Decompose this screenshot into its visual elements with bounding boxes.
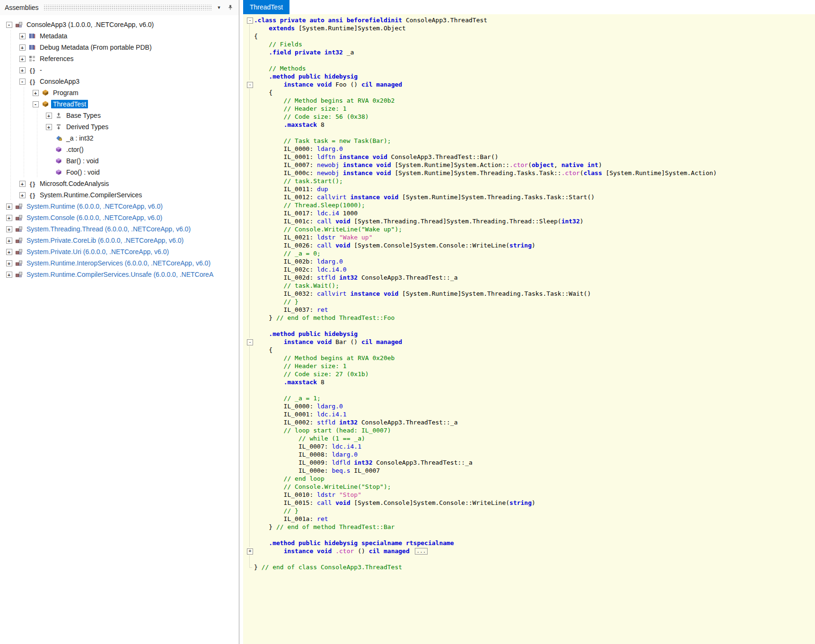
fold-gutter <box>246 209 254 217</box>
tree-item-consoleapp3-1-0-0-0-netcoreapp-v6-0[interactable]: -ConsoleApp3 (1.0.0.0, .NETCoreApp, v6.0… <box>4 19 239 30</box>
expander-cell[interactable]: + <box>17 56 27 62</box>
code-text <box>254 129 258 137</box>
code-text: // Code size: 56 (0x38) <box>254 113 369 121</box>
expander-cell[interactable]: + <box>17 181 27 187</box>
tree-guide <box>4 110 17 121</box>
code-line: IL_001c: call void [System.Threading.Thr… <box>246 217 815 225</box>
expand-icon[interactable]: + <box>6 238 12 244</box>
fold-gutter: + <box>246 547 254 555</box>
tree-item-metadata[interactable]: +Metadata <box>4 30 239 42</box>
expander-cell[interactable]: - <box>30 101 41 107</box>
expand-icon[interactable]: + <box>6 215 12 221</box>
fold-gutter <box>246 257 254 265</box>
tree-item-foo-void[interactable]: Foo() : void <box>4 167 239 178</box>
expander-cell[interactable]: + <box>44 124 54 130</box>
expand-icon[interactable]: + <box>6 226 12 232</box>
code-text: .method public hidebysig <box>254 330 358 338</box>
code-view: -.class private auto ansi beforefieldini… <box>243 14 815 644</box>
tree-item-system-runtime-compilerservices[interactable]: +{ }System.Runtime.CompilerServices <box>4 189 239 201</box>
code-text: // Fields <box>254 40 302 48</box>
expander-cell[interactable]: + <box>17 44 27 51</box>
tree-guide <box>4 64 17 76</box>
expand-icon[interactable]: + <box>46 113 52 119</box>
fold-gutter <box>246 40 254 48</box>
tree-item-derived-types[interactable]: +Derived Types <box>4 121 239 132</box>
tab-threadtest[interactable]: ThreadTest <box>243 0 289 14</box>
tree-item-threadtest[interactable]: -ThreadTest <box>4 98 239 110</box>
fold-gutter <box>246 185 254 193</box>
namespace-icon: { } <box>27 78 37 85</box>
pin-panel-button[interactable] <box>226 3 235 12</box>
tree-item-base-types[interactable]: +Base Types <box>4 110 239 121</box>
fold-gutter <box>246 290 254 298</box>
expander-cell[interactable]: + <box>17 192 27 198</box>
tree-item-debug-metadata-from-portable-pdb[interactable]: +Debug Metadata (From portable PDB) <box>4 42 239 53</box>
code-text: IL_0002: stfld int32 ConsoleApp3.ThreadT… <box>254 418 458 426</box>
fold-collapse-icon[interactable]: - <box>247 339 253 345</box>
expander-cell[interactable]: + <box>17 33 27 39</box>
code-text: // Task task = new Task(Bar); <box>254 137 391 145</box>
expander-cell[interactable]: + <box>4 272 14 278</box>
assemblies-panel: Assemblies ▼ -ConsoleApp3 (1.0.0.0, .NET… <box>0 0 239 644</box>
tree-item-system-private-uri-6-0-0-0-netcoreapp-v6[interactable]: +System.Private.Uri (6.0.0.0, .NETCoreAp… <box>4 246 239 257</box>
panel-menu-button[interactable]: ▼ <box>214 3 224 12</box>
code-line: -.class private auto ansi beforefieldini… <box>246 16 815 24</box>
expander-cell[interactable]: + <box>4 260 14 266</box>
expand-icon[interactable]: + <box>19 44 26 51</box>
expander-cell[interactable]: - <box>4 22 14 28</box>
tree-item-system-runtime-interopservices-6-0-0-0-n[interactable]: +System.Runtime.InteropServices (6.0.0.0… <box>4 257 239 269</box>
collapse-icon[interactable]: - <box>33 101 39 107</box>
tree-item-consoleapp3[interactable]: -{ }ConsoleApp3 <box>4 76 239 87</box>
expander-cell[interactable]: + <box>44 113 54 119</box>
panel-splitter[interactable] <box>239 0 243 644</box>
tree-item-microsoft-codeanalysis[interactable]: +{ }Microsoft.CodeAnalysis <box>4 178 239 189</box>
tree-guide <box>4 121 17 132</box>
code-text: IL_0032: callvirt instance void [System.… <box>254 290 591 298</box>
expander-cell[interactable]: + <box>4 215 14 221</box>
tree-item-a-int32[interactable]: _a : int32 <box>4 132 239 144</box>
collapse-icon[interactable]: - <box>6 22 12 28</box>
expand-icon[interactable]: + <box>33 90 39 96</box>
tree-item-system-threading-thread-6-0-0-0-netcorea[interactable]: +System.Threading.Thread (6.0.0.0, .NETC… <box>4 223 239 235</box>
tree-item-ctor[interactable]: .ctor() <box>4 144 239 155</box>
expand-icon[interactable]: + <box>19 56 26 62</box>
tree-item-system-runtime-6-0-0-0-netcoreapp-v6-0[interactable]: +System.Runtime (6.0.0.0, .NETCoreApp, v… <box>4 201 239 212</box>
fold-expand-icon[interactable]: + <box>247 548 253 555</box>
expand-icon[interactable]: + <box>6 272 12 278</box>
expand-icon[interactable]: + <box>6 249 12 255</box>
expand-icon[interactable]: + <box>19 33 26 39</box>
expander-cell[interactable]: + <box>17 67 27 73</box>
tree-item-system-console-6-0-0-0-netcoreapp-v6-0[interactable]: +System.Console (6.0.0.0, .NETCoreApp, v… <box>4 212 239 223</box>
tree-item-system-private-corelib-6-0-0-0-netcoreap[interactable]: +System.Private.CoreLib (6.0.0.0, .NETCo… <box>4 235 239 246</box>
namespace-icon: { } <box>27 180 37 187</box>
tree-item-bar-void[interactable]: Bar() : void <box>4 155 239 167</box>
expand-icon[interactable]: + <box>6 260 12 266</box>
code-line: IL_002c: ldc.i4.0 <box>246 265 815 273</box>
tree-item-item[interactable]: +{ }- <box>4 64 239 76</box>
expand-icon[interactable]: + <box>19 181 26 187</box>
expander-cell[interactable]: + <box>4 249 14 255</box>
code-text: instance void Foo () cil managed <box>254 80 402 88</box>
metadata-icon <box>27 32 37 40</box>
fold-gutter <box>246 386 254 394</box>
fold-collapse-icon[interactable]: - <box>247 18 253 24</box>
expand-icon[interactable]: + <box>19 67 26 73</box>
tree-item-program[interactable]: +Program <box>4 87 239 98</box>
code-text: // end loop <box>254 475 324 483</box>
tree-item-label: System.Threading.Thread (6.0.0.0, .NETCo… <box>25 225 193 233</box>
expand-icon[interactable]: + <box>19 192 26 198</box>
expander-cell[interactable]: + <box>4 226 14 232</box>
expand-icon[interactable]: + <box>46 124 52 130</box>
tree-item-system-runtime-compilerservices-unsafe-6[interactable]: +System.Runtime.CompilerServices.Unsafe … <box>4 269 239 280</box>
tree-item-references[interactable]: +References <box>4 53 239 64</box>
expander-cell[interactable]: + <box>4 238 14 244</box>
fold-collapse-icon[interactable]: - <box>247 82 253 88</box>
expander-cell[interactable]: - <box>17 79 27 85</box>
fold-gutter <box>246 306 254 314</box>
expand-icon[interactable]: + <box>6 203 12 210</box>
expander-cell[interactable]: + <box>30 90 41 96</box>
collapse-icon[interactable]: - <box>19 79 26 85</box>
collapsed-region-box[interactable]: ... <box>415 548 428 555</box>
fold-gutter <box>246 491 254 499</box>
expander-cell[interactable]: + <box>4 203 14 210</box>
